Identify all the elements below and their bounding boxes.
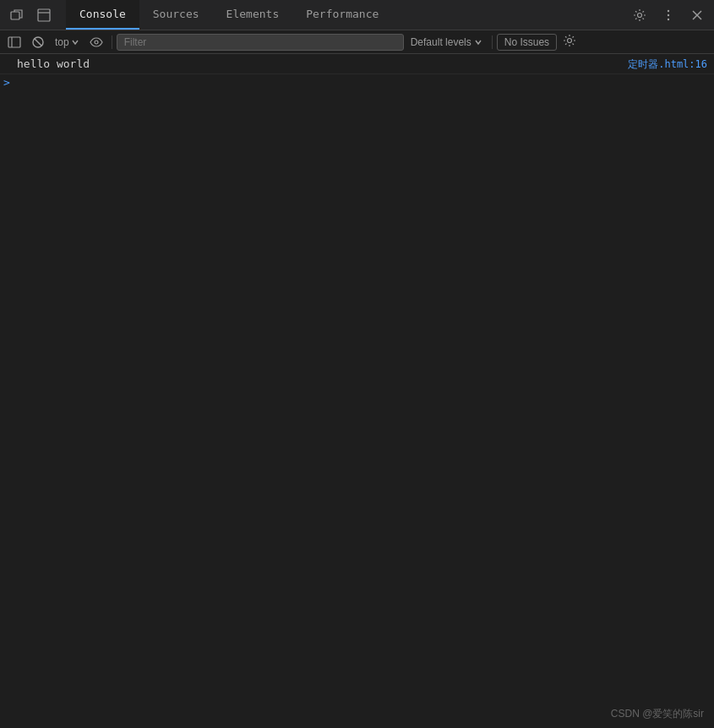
svg-point-14 — [568, 39, 572, 43]
watermark: CSDN @爱笑的陈sir — [611, 707, 704, 721]
toolbar-divider-1 — [112, 35, 112, 49]
svg-point-6 — [668, 18, 669, 19]
tab-bar-icons — [5, 5, 56, 25]
default-levels-button[interactable]: Default levels — [406, 35, 488, 50]
svg-point-3 — [638, 13, 642, 17]
tab-sources[interactable]: Sources — [139, 0, 213, 30]
tab-performance[interactable]: Performance — [292, 0, 392, 30]
tab-bar-actions — [628, 5, 709, 25]
console-gear-icon — [563, 34, 576, 47]
svg-rect-9 — [8, 37, 20, 47]
console-log-source[interactable]: 定时器.html:16 — [628, 57, 714, 72]
console-prompt-row: > — [0, 74, 714, 90]
sidebar-icon — [8, 35, 21, 49]
console-log-row: hello world 定时器.html:16 — [0, 56, 714, 74]
restore-button[interactable] — [5, 5, 29, 25]
context-selector-button[interactable]: top — [51, 35, 84, 50]
chevron-down-icon — [71, 38, 79, 46]
gear-icon — [633, 8, 646, 22]
toolbar-divider-2 — [492, 35, 493, 49]
close-button[interactable] — [685, 5, 709, 25]
dots-icon — [662, 8, 675, 22]
tab-list: Console Sources Elements Performance — [66, 0, 628, 30]
sidebar-toggle-button[interactable] — [3, 34, 25, 51]
close-icon — [690, 8, 704, 22]
clear-console-button[interactable] — [27, 34, 49, 51]
ban-icon — [31, 35, 45, 49]
restore-icon — [10, 8, 24, 22]
tab-elements[interactable]: Elements — [213, 0, 293, 30]
dock-button[interactable] — [32, 5, 56, 25]
console-output: hello world 定时器.html:16 > — [0, 54, 714, 708]
console-toolbar: top Default levels No Issues — [0, 30, 714, 54]
filter-input[interactable] — [117, 34, 404, 51]
svg-point-4 — [668, 9, 669, 11]
svg-point-13 — [95, 41, 98, 44]
console-settings-button[interactable] — [559, 32, 580, 52]
svg-point-5 — [668, 14, 669, 15]
console-log-text: hello world — [0, 57, 628, 70]
tab-bar: Console Sources Elements Performance — [0, 0, 714, 30]
tab-console[interactable]: Console — [66, 0, 139, 30]
live-expressions-button[interactable] — [85, 34, 107, 51]
dock-icon — [37, 8, 51, 22]
svg-rect-1 — [38, 9, 50, 21]
no-issues-button[interactable]: No Issues — [497, 34, 557, 51]
svg-line-12 — [35, 38, 41, 45]
levels-chevron-icon — [474, 38, 482, 46]
settings-button[interactable] — [628, 5, 651, 25]
console-prompt-chevron: > — [3, 76, 10, 89]
more-options-button[interactable] — [657, 5, 680, 25]
eye-icon — [90, 35, 103, 49]
svg-rect-0 — [11, 12, 19, 19]
